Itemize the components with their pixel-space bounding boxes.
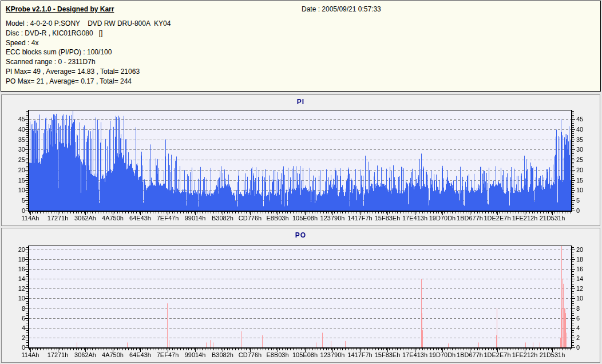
scan-info-line: Speed : 4x xyxy=(6,38,171,48)
y-axis-label: 45 xyxy=(2,116,25,122)
y-axis-label: 10 xyxy=(2,295,25,302)
y-axis-label: 15 xyxy=(576,177,599,184)
x-axis-label: 21D531h xyxy=(534,351,571,358)
y-axis-label: 12 xyxy=(576,285,599,292)
y-axis-label: 30 xyxy=(2,146,25,153)
scan-info-line: Disc : DVD-R , KIC01RG080 [] xyxy=(6,29,171,38)
pi-chart-canvas xyxy=(2,95,600,225)
po-chart-title: PO xyxy=(2,231,600,239)
header-panel: KProbe v2.1.0 - Designed by Karr Date : … xyxy=(1,1,601,92)
y-axis-label: 0 xyxy=(576,207,599,214)
y-axis-label: 16 xyxy=(576,266,599,272)
scan-date: Date : 2005/09/21 0:57:33 xyxy=(302,5,381,13)
y-axis-label: 5 xyxy=(576,197,599,204)
po-chart-panel: PO 0022446688101012121414161618182020114… xyxy=(1,228,600,363)
scan-info-block: Model : 4-0-2-0 P:SONY DVD RW DRU-800A K… xyxy=(6,19,171,86)
header-title-row: KProbe v2.1.0 - Designed by Karr Date : … xyxy=(1,1,600,16)
y-axis-label: 14 xyxy=(2,275,25,282)
scan-info-line: Model : 4-0-2-0 P:SONY DVD RW DRU-800A K… xyxy=(6,19,171,29)
po-chart-canvas xyxy=(2,228,600,362)
scan-info-line: PO Max= 21 , Average= 0.17 , Total= 244 xyxy=(6,77,171,86)
y-axis-label: 40 xyxy=(576,126,599,133)
y-axis-label: 45 xyxy=(576,116,599,122)
y-axis-label: 14 xyxy=(576,275,599,282)
y-axis-label: 25 xyxy=(576,156,599,163)
y-axis-label: 18 xyxy=(576,256,599,263)
y-axis-label: 8 xyxy=(2,305,25,312)
y-axis-label: 18 xyxy=(2,256,25,263)
y-axis-label: 10 xyxy=(2,187,25,193)
y-axis-label: 20 xyxy=(2,246,25,253)
y-axis-label: 8 xyxy=(576,305,599,312)
y-axis-label: 2 xyxy=(576,334,599,341)
y-axis-label: 5 xyxy=(2,197,25,204)
app-title: KProbe v2.1.0 - Designed by Karr xyxy=(6,5,114,13)
y-axis-label: 35 xyxy=(2,136,25,143)
pi-chart-panel: PI 0055101015152020252530303535404045451… xyxy=(1,94,600,226)
y-axis-label: 0 xyxy=(2,207,25,214)
scan-info-line: ECC blocks sum (PI/PO) : 100/100 xyxy=(6,48,171,57)
scan-info-line: Scanned range : 0 - 2311D7h xyxy=(6,57,171,67)
y-axis-label: 16 xyxy=(2,266,25,272)
y-axis-label: 4 xyxy=(576,325,599,331)
y-axis-label: 25 xyxy=(2,156,25,163)
y-axis-label: 6 xyxy=(576,315,599,322)
y-axis-label: 20 xyxy=(2,167,25,173)
y-axis-label: 20 xyxy=(576,246,599,253)
x-axis-label: 21D531h xyxy=(534,215,571,221)
y-axis-label: 30 xyxy=(576,146,599,153)
y-axis-label: 0 xyxy=(576,344,599,351)
y-axis-label: 15 xyxy=(2,177,25,184)
pi-chart-title: PI xyxy=(2,98,600,106)
y-axis-label: 6 xyxy=(2,315,25,322)
y-axis-label: 10 xyxy=(576,187,599,193)
y-axis-label: 12 xyxy=(2,285,25,292)
y-axis-label: 20 xyxy=(576,167,599,173)
y-axis-label: 35 xyxy=(576,136,599,143)
y-axis-label: 10 xyxy=(576,295,599,302)
y-axis-label: 2 xyxy=(2,334,25,341)
y-axis-label: 0 xyxy=(2,344,25,351)
y-axis-label: 4 xyxy=(2,325,25,331)
scan-info-line: PI Max= 49 , Average= 14.83 , Total= 210… xyxy=(6,67,171,77)
y-axis-label: 40 xyxy=(2,126,25,133)
